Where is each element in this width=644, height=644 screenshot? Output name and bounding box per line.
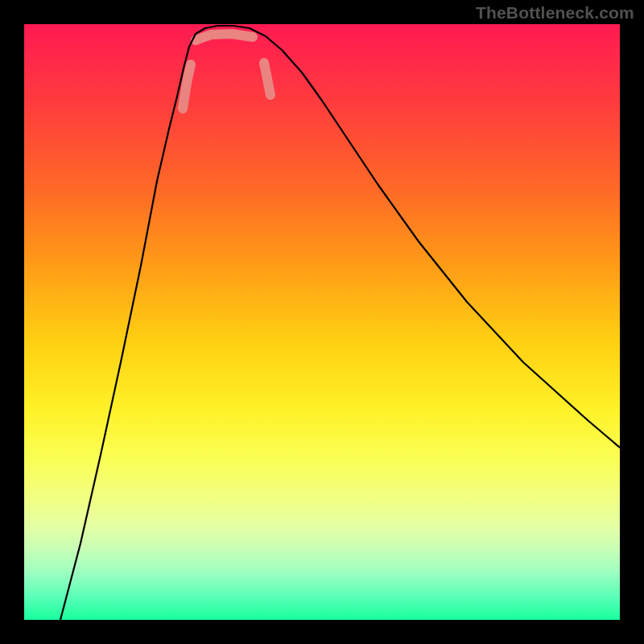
chart-frame: TheBottleneck.com <box>0 0 644 644</box>
pink-marker-segment <box>196 34 253 40</box>
pink-marker-segment <box>183 64 191 109</box>
watermark-text: TheBottleneck.com <box>476 3 634 23</box>
curve-layer <box>24 24 620 620</box>
pink-marker-segment <box>264 63 270 95</box>
bottleneck-curve <box>60 26 620 620</box>
plot-area <box>24 24 620 620</box>
